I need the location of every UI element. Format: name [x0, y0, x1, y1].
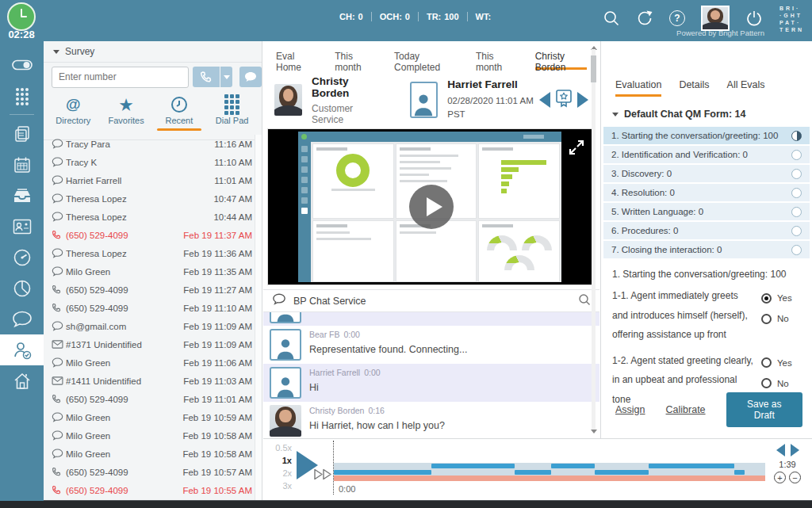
sidebar-item-dialpad[interactable] [0, 80, 44, 111]
zoom-in-icon[interactable]: + [774, 472, 786, 483]
screen-recording-player[interactable] [267, 128, 596, 285]
chat-message[interactable]: Bear FB 0:00 Representative found. Conne… [263, 326, 599, 364]
recent-row[interactable]: Theresa Lopez Feb 19 11:36 AM [44, 244, 255, 262]
radio-no[interactable]: No [761, 373, 802, 394]
timeline-segment[interactable] [551, 464, 595, 468]
next-interaction-button[interactable] [577, 92, 588, 108]
dialer-tab[interactable]: @ Directory [47, 95, 100, 139]
recent-row[interactable]: #1371 Unidentified Feb 19 11:09 AM [44, 335, 255, 353]
timeline-segment[interactable] [734, 470, 745, 475]
prev-interaction-button[interactable] [539, 92, 550, 108]
timeline-segment[interactable] [431, 464, 515, 468]
sidebar-item-reports-pie[interactable] [0, 273, 44, 304]
step-back-button[interactable] [776, 444, 785, 456]
workspace-tab[interactable]: This month [335, 51, 373, 70]
criterion-row[interactable]: 5. Written Language: 0 [603, 203, 810, 220]
recent-row[interactable]: (650) 529-4099 Feb 19 11:27 AM [44, 281, 255, 299]
transcript-search-icon[interactable] [578, 293, 591, 309]
speed-option[interactable]: 1x [266, 454, 292, 467]
recent-row[interactable]: #1411 Unidentified Feb 19 11:03 AM [44, 372, 255, 390]
dialer-tab[interactable]: Recent [153, 95, 206, 139]
scroll-down-icon[interactable] [591, 430, 597, 437]
help-icon[interactable]: ? [669, 10, 685, 26]
power-icon[interactable] [745, 10, 763, 27]
bookmark-star-icon[interactable] [554, 88, 573, 112]
recent-row[interactable]: Harriet Farrell 11:01 AM [44, 171, 255, 189]
play-overlay-button[interactable] [409, 185, 454, 229]
calibrate-link[interactable]: Calibrate [666, 404, 706, 415]
zoom-out-icon[interactable]: − [789, 472, 801, 483]
scrollbar-thumb[interactable] [591, 55, 596, 82]
speed-option[interactable]: 3x [266, 479, 292, 492]
recent-row[interactable]: (650) 529-4099 Feb 19 11:37 AM [44, 226, 255, 244]
criterion-row[interactable]: 2. Identification and Verification: 0 [603, 146, 810, 163]
step-forward-button[interactable] [791, 444, 799, 456]
share-icon[interactable] [636, 10, 653, 27]
recent-row[interactable]: Tracy Para 11:16 AM [44, 135, 255, 153]
radio-yes[interactable]: Yes [761, 288, 802, 308]
sidebar-item-chat-center[interactable] [0, 304, 44, 334]
recent-row[interactable]: Theresa Lopez 10:47 AM [44, 189, 255, 208]
recent-row[interactable]: sh@gmail.com Feb 19 11:09 AM [44, 317, 255, 335]
recent-row[interactable]: (650) 529-4099 Feb 19 10:57 AM [44, 463, 255, 481]
recent-row[interactable]: Theresa Lopez 10:44 AM [44, 208, 255, 226]
sidebar-item-contact-card[interactable] [0, 211, 44, 242]
chat-scrollbar[interactable] [590, 43, 597, 437]
dialer-tab[interactable]: Dial Pad [205, 95, 259, 139]
timeline-segment[interactable] [334, 470, 431, 475]
workspace-tab[interactable]: Christy Borden [535, 51, 587, 70]
recent-row[interactable]: Milo Green Feb 19 10:59 AM [44, 408, 255, 426]
sidebar-item-documents[interactable] [0, 118, 44, 149]
number-input[interactable] [52, 67, 189, 88]
recent-row[interactable]: (650) 529-4099 Feb 19 11:10 AM [44, 299, 255, 317]
sidebar-item-status-toggle[interactable] [0, 49, 44, 80]
timeline-tracks[interactable] [334, 463, 765, 476]
sidebar-item-inbox[interactable] [0, 180, 44, 211]
search-icon[interactable] [603, 10, 620, 27]
fullscreen-icon[interactable] [568, 139, 585, 159]
evaluation-tab[interactable]: Evaluation [615, 79, 661, 97]
call-options-arrow[interactable] [220, 67, 232, 87]
sidebar-item-quality-management[interactable] [0, 334, 44, 365]
chat-message[interactable] [263, 312, 599, 326]
chat-message[interactable]: Christy Borden 0:16 Hi Harriet, how can … [263, 402, 599, 440]
criterion-row[interactable]: 1. Starting the conversation/greeting: 1… [603, 127, 810, 144]
timeline-segment[interactable] [595, 470, 649, 475]
criterion-row[interactable]: 3. Discovery: 0 [603, 165, 810, 182]
speed-option[interactable]: 0.5x [266, 441, 292, 454]
recent-row[interactable]: (650) 529-4099 Feb 19 10:55 AM [44, 481, 255, 499]
workspace-tab[interactable]: Today Completed [394, 51, 455, 70]
recent-row[interactable]: (650) 529-4099 Feb 19 11:01 AM [44, 390, 255, 408]
timeline-segment[interactable] [515, 470, 551, 475]
evaluation-tab[interactable]: All Evals [727, 79, 765, 97]
save-as-draft-button[interactable]: Save as Draft [726, 392, 802, 427]
recent-row[interactable]: Milo Green Feb 19 11:06 AM [44, 353, 255, 372]
workspace-tab[interactable]: Eval Home [276, 51, 314, 70]
chat-message[interactable]: Harriet Farrell 0:00 Hi [263, 364, 599, 402]
criterion-row[interactable]: 4. Resolution: 0 [603, 184, 810, 201]
recent-row[interactable]: Milo Green Feb 19 11:35 AM [44, 262, 255, 281]
recent-row[interactable]: Tracy K 11:10 AM [44, 153, 255, 171]
sidebar-item-dashboard-gauge[interactable] [0, 242, 44, 273]
call-button[interactable] [193, 67, 220, 87]
assign-link[interactable]: Assign [615, 404, 645, 415]
evaluation-tab[interactable]: Details [679, 79, 709, 97]
criterion-row[interactable]: 6. Procedures: 0 [603, 222, 810, 239]
timeline-segment[interactable] [649, 464, 735, 468]
user-avatar[interactable] [701, 6, 730, 31]
radio-yes[interactable]: Yes [761, 353, 802, 373]
recent-row[interactable]: Milo Green Feb 19 10:58 AM [44, 426, 255, 445]
survey-dropdown[interactable]: Survey [44, 41, 262, 63]
recent-list-scrollbar[interactable] [255, 135, 262, 501]
sidebar-item-home[interactable] [0, 365, 44, 396]
radio-no[interactable]: No [761, 308, 802, 329]
workspace-tab[interactable]: This month [476, 51, 515, 70]
sidebar-item-calendar[interactable] [0, 149, 44, 180]
qm-form-header[interactable]: Default Chat QM Form: 14 [601, 97, 812, 127]
skip-forward-icon[interactable] [312, 468, 334, 484]
recent-row[interactable]: Milo Green Feb 19 10:58 AM [44, 445, 255, 463]
criterion-row[interactable]: 7. Closing the interaction: 0 [603, 241, 810, 258]
speed-option[interactable]: 2x [266, 467, 292, 479]
new-chat-button[interactable] [239, 67, 262, 87]
dialer-tab[interactable]: ★ Favorites [100, 95, 153, 139]
